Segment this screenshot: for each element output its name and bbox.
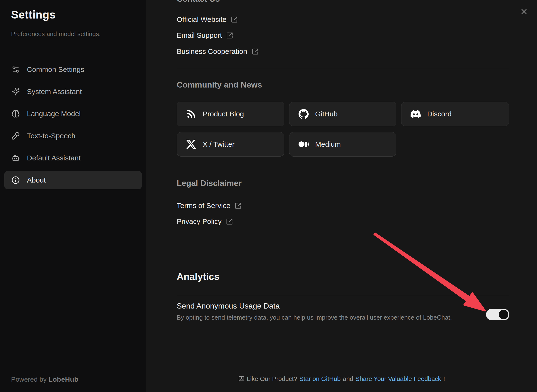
link-label: Terms of Service bbox=[177, 202, 230, 210]
usage-data-description: By opting to send telemetry data, you ca… bbox=[177, 314, 452, 321]
external-link-icon bbox=[252, 48, 259, 55]
button-label: Product Blog bbox=[203, 110, 244, 118]
github-button[interactable]: GitHub bbox=[289, 102, 396, 126]
rss-icon bbox=[186, 109, 196, 119]
page-title: Settings bbox=[11, 8, 56, 21]
sidebar-item-system-assistant[interactable]: System Assistant bbox=[4, 82, 142, 101]
sidebar-item-label: Language Model bbox=[27, 110, 81, 118]
powered-by: Powered by LobeHub bbox=[11, 376, 78, 383]
analytics-section-title: Analytics bbox=[177, 271, 219, 282]
button-label: GitHub bbox=[315, 110, 337, 118]
footer-text: and bbox=[343, 375, 353, 383]
button-label: Medium bbox=[315, 140, 341, 148]
toggle-knob bbox=[499, 310, 508, 319]
sidebar-item-language-model[interactable]: Language Model bbox=[4, 105, 142, 123]
sidebar-item-label: Text-to-Speech bbox=[27, 132, 75, 140]
external-link-icon bbox=[235, 202, 242, 209]
info-icon bbox=[12, 176, 20, 184]
footer-text: Like Our Product? bbox=[247, 375, 297, 383]
medium-icon bbox=[299, 139, 309, 149]
feedback-bubble-icon bbox=[238, 376, 245, 382]
contact-us-title: Contact Us bbox=[177, 0, 220, 4]
bot-icon bbox=[12, 154, 20, 162]
discord-icon bbox=[411, 109, 421, 119]
link-label: Email Support bbox=[177, 31, 222, 39]
usage-data-label: Send Anonymous Usage Data bbox=[177, 302, 280, 310]
sparkles-icon bbox=[12, 88, 20, 96]
github-icon bbox=[299, 109, 309, 119]
lobehub-brand[interactable]: LobeHub bbox=[49, 376, 79, 383]
link-label: Privacy Policy bbox=[177, 217, 222, 226]
sidebar-item-default-assistant[interactable]: Default Assistant bbox=[4, 149, 142, 167]
share-feedback-link[interactable]: Share Your Valuable Feedback bbox=[356, 375, 441, 383]
powered-by-prefix: Powered by bbox=[11, 376, 47, 383]
external-link-icon bbox=[226, 218, 233, 225]
external-link-icon bbox=[231, 16, 238, 23]
email-support-link[interactable]: Email Support bbox=[177, 30, 233, 41]
section-divider bbox=[177, 167, 509, 167]
community-section-title: Community and News bbox=[177, 80, 262, 89]
brain-icon bbox=[12, 110, 20, 118]
legal-section-title: Legal Disclaimer bbox=[177, 178, 242, 188]
close-button[interactable] bbox=[519, 6, 529, 17]
sidebar-item-label: Common Settings bbox=[27, 65, 84, 74]
external-link-icon bbox=[226, 32, 233, 39]
discord-button[interactable]: Discord bbox=[401, 102, 509, 126]
privacy-policy-link[interactable]: Privacy Policy bbox=[177, 216, 233, 227]
page-subtitle: Preferences and model settings. bbox=[11, 30, 101, 38]
about-panel: Contact Us Official Website Email Suppor… bbox=[146, 0, 537, 392]
official-website-link[interactable]: Official Website bbox=[177, 14, 238, 25]
product-blog-button[interactable]: Product Blog bbox=[177, 102, 284, 126]
section-divider bbox=[177, 295, 509, 295]
sliders-icon bbox=[12, 65, 20, 74]
link-label: Official Website bbox=[177, 15, 226, 24]
usage-data-toggle[interactable] bbox=[486, 309, 509, 320]
x-twitter-button[interactable]: X / Twitter bbox=[177, 132, 284, 157]
sidebar-item-about[interactable]: About bbox=[4, 171, 142, 189]
section-divider bbox=[177, 69, 509, 69]
product-footer: Like Our Product? Star on GitHub and Sha… bbox=[146, 375, 537, 383]
sidebar-item-label: About bbox=[27, 176, 46, 184]
star-on-github-link[interactable]: Star on GitHub bbox=[299, 375, 341, 383]
mic-icon bbox=[12, 132, 20, 140]
link-label: Business Cooperation bbox=[177, 47, 247, 56]
x-logo-icon bbox=[186, 139, 196, 149]
sidebar-item-label: System Assistant bbox=[27, 88, 82, 96]
settings-sidebar: Settings Preferences and model settings.… bbox=[0, 0, 146, 392]
button-label: Discord bbox=[427, 110, 452, 118]
terms-of-service-link[interactable]: Terms of Service bbox=[177, 200, 242, 211]
sidebar-item-text-to-speech[interactable]: Text-to-Speech bbox=[4, 127, 142, 145]
footer-text: ! bbox=[443, 375, 445, 383]
button-label: X / Twitter bbox=[203, 140, 235, 148]
business-cooperation-link[interactable]: Business Cooperation bbox=[177, 46, 259, 57]
sidebar-item-label: Default Assistant bbox=[27, 154, 81, 162]
close-icon bbox=[520, 7, 528, 16]
medium-button[interactable]: Medium bbox=[289, 132, 396, 157]
sidebar-nav: Common Settings System Assistant Languag… bbox=[4, 60, 142, 189]
sidebar-item-common-settings[interactable]: Common Settings bbox=[4, 60, 142, 79]
